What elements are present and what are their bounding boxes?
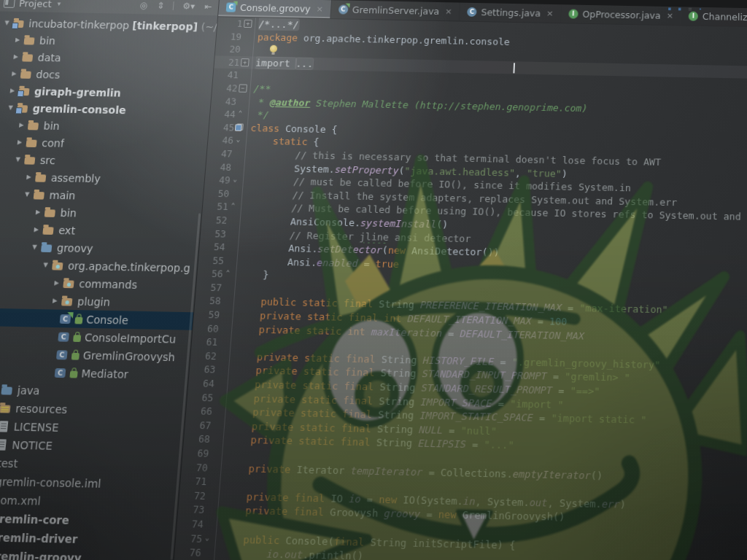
tree-collapsed-arrow-icon[interactable]: ▶ <box>23 174 34 181</box>
folder-icon <box>21 52 35 62</box>
folder-icon <box>25 137 39 148</box>
lock-icon <box>73 335 81 342</box>
line-number[interactable]: 68 <box>183 432 210 446</box>
line-number[interactable]: 70 <box>181 460 208 475</box>
tree-expanded-arrow-icon[interactable]: ▼ <box>1 20 12 26</box>
line-number[interactable]: 52 <box>201 213 228 227</box>
line-number[interactable]: 63 <box>189 362 216 377</box>
tab-settings-java[interactable]: CSettings.java× <box>460 3 562 23</box>
fold-plus-icon[interactable]: + <box>244 20 252 28</box>
fold-open-icon[interactable]: ⌄ <box>235 136 242 143</box>
line-number[interactable]: 76 <box>174 545 202 560</box>
tree-expanded-arrow-icon[interactable]: ▼ <box>12 156 23 163</box>
line-number[interactable]: 64 <box>188 376 215 391</box>
tree-item-label: conf <box>42 136 65 149</box>
line-number[interactable]: 43 <box>211 95 237 109</box>
tab-gremlinserver-java[interactable]: CGremlinServer.java× <box>330 0 460 20</box>
tree-expanded-arrow-icon[interactable]: ▼ <box>29 244 40 251</box>
tree-collapsed-arrow-icon[interactable]: ▶ <box>7 87 18 93</box>
tree-collapsed-arrow-icon[interactable]: ▶ <box>33 209 44 216</box>
line-number[interactable]: 65 <box>187 390 214 405</box>
line-number[interactable]: 46 <box>208 133 234 147</box>
line-number[interactable]: 47 <box>206 147 233 160</box>
line-number[interactable]: 21 <box>214 55 240 69</box>
line-number[interactable]: 51 <box>202 200 228 214</box>
line-number[interactable]: 50 <box>204 187 230 201</box>
line-number[interactable]: 49 <box>204 174 231 187</box>
tree-collapsed-arrow-icon[interactable]: ▶ <box>31 226 42 233</box>
tree-item-label: test <box>0 456 18 470</box>
line-number[interactable]: 54 <box>199 240 225 254</box>
tree-collapsed-arrow-icon[interactable]: ▶ <box>51 279 62 287</box>
tab-opprocessor-java[interactable]: IOpProcessor.java× <box>561 4 681 25</box>
chevron-down-icon[interactable]: ▾ <box>57 0 61 7</box>
package-icon <box>51 260 65 271</box>
tree-expanded-arrow-icon[interactable]: ▼ <box>5 104 16 111</box>
fold-end-icon[interactable]: ⌃ <box>236 110 244 117</box>
line-number[interactable]: 20 <box>215 42 241 55</box>
line-number[interactable]: 58 <box>195 294 222 308</box>
tool-window-icon <box>4 0 15 7</box>
fold-gutter: + <box>242 18 256 31</box>
tree-item-label: src <box>39 154 55 166</box>
fold-gutter: + <box>239 56 253 69</box>
line-number[interactable]: 41 <box>213 69 239 82</box>
tab-console-groovy[interactable]: CConsole.groovy× <box>218 0 332 18</box>
tree-collapsed-arrow-icon[interactable]: ▶ <box>9 70 20 77</box>
fold-minus-icon[interactable]: − <box>239 84 247 92</box>
line-number[interactable]: 66 <box>186 404 213 419</box>
line-number[interactable]: 1 <box>217 17 243 30</box>
tree-collapsed-arrow-icon[interactable]: ▶ <box>14 139 25 146</box>
line-number[interactable]: 19 <box>216 30 242 43</box>
line-number[interactable]: 74 <box>177 517 204 532</box>
package-icon <box>61 295 74 306</box>
line-number[interactable]: 45 <box>209 120 235 134</box>
settings-dot-icon[interactable]: • <box>699 7 702 12</box>
hide-panel-icon[interactable]: ⇤ <box>202 2 214 11</box>
tree-collapsed-arrow-icon[interactable]: ▶ <box>16 122 27 128</box>
line-number[interactable]: 62 <box>190 349 217 363</box>
fold-plus-icon[interactable]: + <box>241 58 249 66</box>
line-number[interactable]: 69 <box>182 446 209 461</box>
tree-item-label: incubator-tinkerpop [tinkerpop] (~/g <box>28 18 217 33</box>
tree-collapsed-arrow-icon[interactable]: ▶ <box>12 36 23 43</box>
line-number[interactable]: 42 <box>212 82 238 96</box>
line-number[interactable]: 57 <box>196 281 222 295</box>
line-number[interactable]: 67 <box>185 418 212 432</box>
collapse-all-icon[interactable]: ⇕ <box>155 1 167 10</box>
line-number[interactable]: 53 <box>200 227 226 241</box>
folder-icon <box>42 225 55 236</box>
line-number[interactable]: 56 <box>197 267 223 281</box>
tree-expanded-arrow-icon[interactable]: ▼ <box>22 191 33 198</box>
line-number[interactable]: 48 <box>206 160 232 174</box>
tree-item-label: pom.xml <box>0 493 42 507</box>
line-number[interactable]: 60 <box>193 322 220 335</box>
settings-gear-icon[interactable]: ⚙▾ <box>180 1 198 10</box>
folder-icon <box>20 69 34 79</box>
line-number[interactable]: 73 <box>178 502 205 517</box>
class-icon: C <box>467 7 477 17</box>
tree-item-label: java <box>17 384 40 397</box>
tree-item-label: main <box>49 189 76 201</box>
line-number[interactable]: 61 <box>191 335 218 349</box>
intention-bulb-icon[interactable] <box>269 45 278 55</box>
close-icon[interactable]: × <box>666 11 673 20</box>
run-widget-icon[interactable]: ▪ <box>667 7 671 12</box>
line-number[interactable]: 55 <box>198 254 224 268</box>
close-icon[interactable]: × <box>546 9 554 18</box>
line-number[interactable]: 44 <box>210 107 236 121</box>
vcs-widget-icon[interactable]: ▪ <box>678 7 681 12</box>
line-number[interactable]: 71 <box>180 474 207 489</box>
locate-icon[interactable]: ◎ <box>137 1 150 9</box>
line-number[interactable]: 75 <box>175 531 203 545</box>
tree-expanded-arrow-icon[interactable]: ▼ <box>40 261 51 268</box>
main-toolbar-fragment: ▪▪≡• <box>667 7 702 12</box>
tree-collapsed-arrow-icon[interactable]: ▶ <box>50 297 61 304</box>
line-number[interactable]: 72 <box>179 489 206 503</box>
tree-collapsed-arrow-icon[interactable]: ▶ <box>10 53 21 60</box>
line-number[interactable]: 59 <box>193 308 220 322</box>
close-icon[interactable]: × <box>316 4 323 14</box>
tree-item-label: gremlin-console <box>32 102 126 116</box>
close-icon[interactable]: × <box>445 7 452 16</box>
source-icon <box>0 384 14 395</box>
